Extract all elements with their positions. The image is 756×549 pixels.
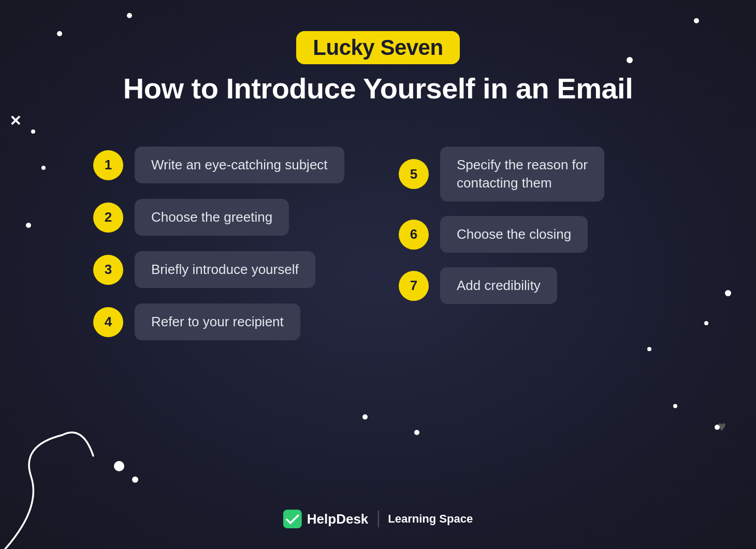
number-label: 4 (105, 314, 112, 330)
dot-decoration (132, 476, 138, 483)
item-label: Choose the greeting (135, 199, 289, 236)
item-label: Choose the closing (440, 216, 588, 253)
number-badge: 3 (93, 255, 123, 285)
item-label: Refer to your recipient (135, 304, 300, 340)
main-title: How to Introduce Yourself in an Email (123, 71, 633, 105)
dot-decoration (362, 414, 368, 420)
number-label: 1 (105, 157, 112, 173)
badge-text: Lucky Seven (313, 35, 443, 60)
list-item: 3Briefly introduce yourself (93, 251, 357, 288)
number-badge: 2 (93, 203, 123, 233)
helpdesk-logo: HelpDesk (283, 510, 369, 528)
list-item: 4Refer to your recipient (93, 304, 357, 340)
learning-space-label: Learning Space (388, 512, 473, 526)
main-content: Lucky Seven How to Introduce Yourself in… (0, 0, 756, 340)
curve-decoration (0, 414, 135, 549)
item-label: Add credibility (440, 267, 557, 304)
items-grid: 1Write an eye-catching subject2Choose th… (93, 147, 663, 340)
dot-decoration (414, 430, 419, 435)
dot-decoration (114, 461, 124, 471)
dot-decoration (715, 425, 720, 430)
dot-decoration (673, 404, 677, 408)
number-badge: 5 (399, 159, 429, 189)
number-badge: 4 (93, 307, 123, 337)
item-label: Specify the reason for contacting them (440, 147, 604, 201)
left-column: 1Write an eye-catching subject2Choose th… (93, 147, 357, 340)
number-label: 6 (410, 226, 417, 242)
item-label: Briefly introduce yourself (135, 251, 315, 288)
item-label: Write an eye-catching subject (135, 147, 344, 183)
list-item: 6Choose the closing (399, 216, 663, 253)
list-item: 1Write an eye-catching subject (93, 147, 357, 183)
footer: HelpDesk Learning Space (283, 510, 473, 528)
list-item: 7Add credibility (399, 267, 663, 304)
dot-decoration (647, 347, 651, 351)
number-badge: 6 (399, 220, 429, 250)
svg-rect-0 (283, 510, 302, 528)
footer-divider (377, 511, 379, 527)
helpdesk-icon (283, 510, 302, 528)
number-label: 7 (410, 278, 417, 294)
right-column: 5Specify the reason for contacting them6… (399, 147, 663, 340)
number-badge: 7 (399, 271, 429, 301)
title-block: Lucky Seven How to Introduce Yourself in… (123, 31, 633, 105)
list-item: 5Specify the reason for contacting them (399, 147, 663, 201)
number-label: 5 (410, 166, 417, 182)
number-badge: 1 (93, 150, 123, 180)
list-item: 2Choose the greeting (93, 199, 357, 236)
lucky-seven-badge: Lucky Seven (296, 31, 459, 64)
number-label: 2 (105, 209, 112, 225)
brand-name: HelpDesk (307, 511, 369, 527)
number-label: 3 (105, 262, 112, 278)
